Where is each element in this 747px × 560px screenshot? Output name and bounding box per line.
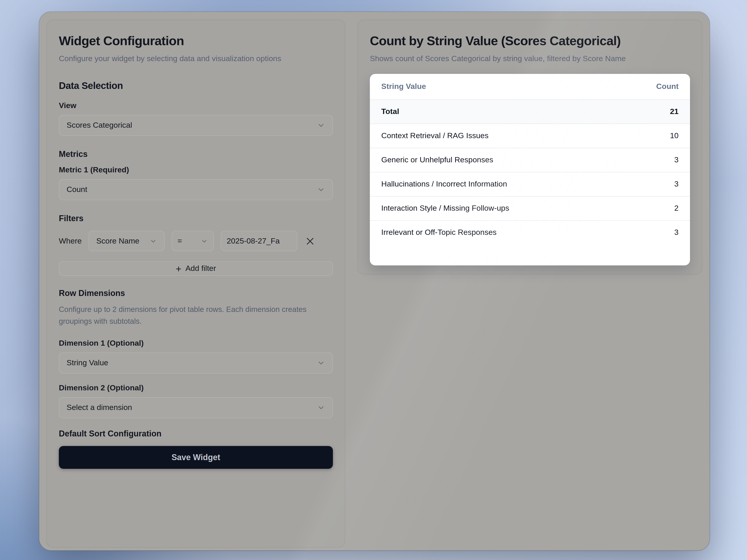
filter-row: Where Score Name = 2025-08-27_Fa xyxy=(59,231,333,252)
view-label: View xyxy=(59,101,333,110)
table-row: Interaction Style / Missing Follow-ups 2 xyxy=(370,196,690,221)
chevron-down-icon xyxy=(317,404,325,412)
screen: Widget Configuration Configure your widg… xyxy=(0,0,747,560)
page-title: Widget Configuration xyxy=(59,34,333,48)
chevron-down-icon xyxy=(150,237,157,245)
row-value: 10 xyxy=(670,132,678,141)
column-header-count: Count xyxy=(656,82,678,92)
row-label: Hallucinations / Incorrect Information xyxy=(381,180,507,189)
row-label: Interaction Style / Missing Follow-ups xyxy=(381,204,509,213)
row-label: Generic or Unhelpful Responses xyxy=(381,156,493,165)
filter-field-value: Score Name xyxy=(96,237,139,246)
row-label: Context Retrieval / RAG Issues xyxy=(381,132,489,141)
metrics-heading: Metrics xyxy=(59,150,333,159)
chevron-down-icon xyxy=(317,186,325,194)
add-filter-button[interactable]: + Add filter xyxy=(59,261,333,276)
row-value: 3 xyxy=(674,228,678,237)
dimension1-select[interactable]: String Value xyxy=(59,353,333,374)
filter-field-select[interactable]: Score Name xyxy=(88,231,165,252)
widget-configuration-dialog: Widget Configuration Configure your widg… xyxy=(39,12,710,551)
filter-operator-value: = xyxy=(177,237,182,246)
row-value: 2 xyxy=(674,204,678,213)
table-row: Context Retrieval / RAG Issues 10 xyxy=(370,124,690,148)
data-selection-heading: Data Selection xyxy=(59,80,333,92)
widget-preview-panel: Count by String Value (Scores Categorica… xyxy=(358,20,702,275)
filters-heading: Filters xyxy=(59,214,333,224)
plus-icon: + xyxy=(176,264,181,274)
dimension1-select-value: String Value xyxy=(67,359,108,368)
filter-operator-select[interactable]: = xyxy=(172,231,214,252)
view-select[interactable]: Scores Categorical xyxy=(59,115,333,136)
dimension2-select[interactable]: Select a dimension xyxy=(59,398,333,418)
add-filter-label: Add filter xyxy=(185,264,216,273)
save-widget-button[interactable]: Save Widget xyxy=(59,446,333,469)
preview-title: Count by String Value (Scores Categorica… xyxy=(370,34,690,48)
row-value: 3 xyxy=(674,156,678,165)
metric1-select[interactable]: Count xyxy=(59,179,333,200)
table-row: Irrelevant or Off-Topic Responses 3 xyxy=(370,221,690,245)
remove-filter-button[interactable] xyxy=(304,235,316,247)
widget-configuration-panel: Widget Configuration Configure your widg… xyxy=(47,20,345,548)
table-row: Generic or Unhelpful Responses 3 xyxy=(370,148,690,172)
table-total-row: Total 21 xyxy=(370,100,690,124)
dimension2-select-value: Select a dimension xyxy=(67,403,132,412)
preview-subtitle: Shows count of Scores Categorical by str… xyxy=(370,53,690,65)
row-dimensions-heading: Row Dimensions xyxy=(59,289,333,299)
metric1-select-value: Count xyxy=(67,185,87,195)
pivot-table-card: String Value Count Total 21 Context Retr… xyxy=(370,74,690,265)
metric1-label: Metric 1 (Required) xyxy=(59,166,333,175)
view-select-value: Scores Categorical xyxy=(67,121,132,130)
total-label: Total xyxy=(381,107,399,117)
row-value: 3 xyxy=(674,180,678,189)
table-header-row: String Value Count xyxy=(370,74,690,100)
page-subtitle: Configure your widget by selecting data … xyxy=(59,53,289,65)
row-label: Irrelevant or Off-Topic Responses xyxy=(381,228,497,237)
close-icon xyxy=(305,236,315,246)
filter-where-label: Where xyxy=(59,237,82,246)
total-value: 21 xyxy=(670,107,678,117)
dimension1-label: Dimension 1 (Optional) xyxy=(59,339,333,348)
row-dimensions-help: Configure up to 2 dimensions for pivot t… xyxy=(59,304,330,327)
table-row: Hallucinations / Incorrect Information 3 xyxy=(370,172,690,196)
filter-value-text: 2025-08-27_Fa xyxy=(227,237,280,246)
chevron-down-icon xyxy=(201,237,208,245)
default-sort-heading: Default Sort Configuration xyxy=(59,429,333,439)
filter-value-input[interactable]: 2025-08-27_Fa xyxy=(221,231,297,252)
dimension2-label: Dimension 2 (Optional) xyxy=(59,384,333,393)
chevron-down-icon xyxy=(317,122,325,130)
column-header-string-value: String Value xyxy=(381,82,426,92)
chevron-down-icon xyxy=(317,359,325,367)
